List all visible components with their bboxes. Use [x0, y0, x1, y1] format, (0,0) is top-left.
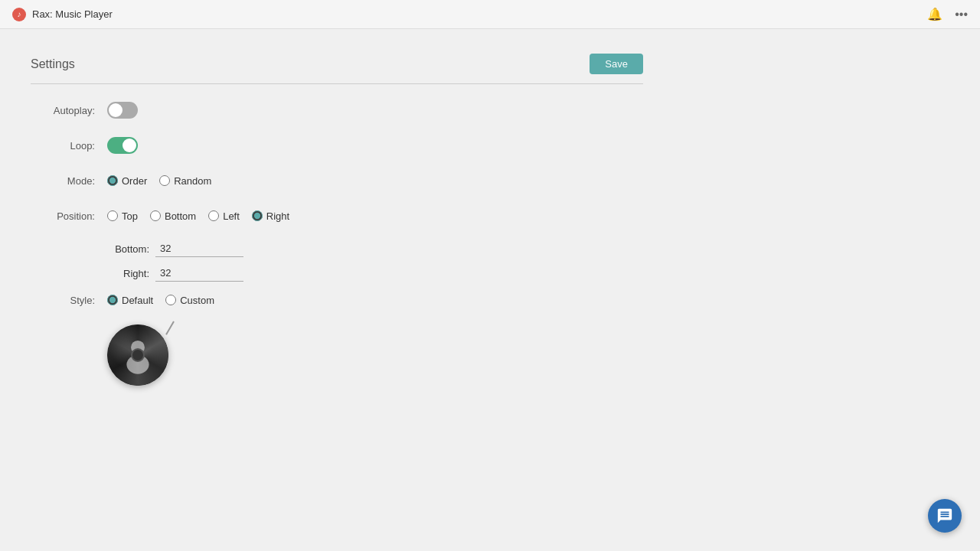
style-default-label: Default [122, 295, 153, 306]
right-input[interactable] [155, 265, 243, 282]
mode-label: Mode: [31, 175, 107, 187]
album-preview [107, 324, 168, 386]
mode-random-radio[interactable] [159, 175, 170, 186]
app-title: Rax: Music Player [32, 8, 113, 20]
app-icon: ♪ [12, 8, 26, 21]
mode-row: Mode: Order Random [31, 170, 643, 191]
loop-row: Loop: [31, 135, 643, 156]
title-bar: ♪ Rax: Music Player 🔔 ••• [0, 0, 980, 29]
position-radio-group: Top Bottom Left Right [107, 210, 289, 222]
loop-slider [107, 137, 138, 154]
settings-panel: Settings Save Autoplay: Loop: Mode: [31, 54, 643, 386]
position-bottom-label: Bottom [165, 210, 196, 222]
mode-radio-group: Order Random [107, 175, 211, 187]
position-right-option[interactable]: Right [252, 210, 289, 222]
style-custom-label: Custom [180, 295, 214, 306]
bottom-input[interactable] [155, 240, 243, 257]
loop-label: Loop: [31, 140, 107, 152]
bottom-input-row: Bottom: [31, 240, 643, 257]
mode-order-radio[interactable] [107, 175, 118, 186]
more-icon[interactable]: ••• [955, 8, 968, 21]
style-default-radio[interactable] [107, 295, 118, 305]
position-right-label: Right [266, 210, 289, 222]
bell-icon[interactable]: 🔔 [927, 7, 942, 21]
bottom-label: Bottom: [107, 243, 149, 255]
mode-order-option[interactable]: Order [107, 175, 147, 187]
save-button[interactable]: Save [590, 54, 643, 74]
position-left-option[interactable]: Left [208, 210, 240, 222]
autoplay-row: Autoplay: [31, 99, 643, 121]
chat-button[interactable] [928, 499, 962, 533]
mode-order-label: Order [122, 175, 147, 187]
position-top-label: Top [122, 210, 138, 222]
position-top-radio[interactable] [107, 210, 118, 221]
style-label: Style: [31, 295, 107, 306]
style-radio-group: Default Custom [107, 295, 214, 306]
style-custom-radio[interactable] [165, 295, 176, 305]
position-left-radio[interactable] [208, 210, 219, 221]
style-row: Style: Default Custom [31, 289, 643, 311]
album-inner [107, 324, 168, 386]
right-input-row: Right: [31, 265, 643, 282]
position-bottom-option[interactable]: Bottom [150, 210, 196, 222]
right-label: Right: [107, 268, 149, 279]
album-preview-container [107, 324, 168, 386]
loop-toggle[interactable] [107, 137, 138, 154]
position-bottom-radio[interactable] [150, 210, 161, 221]
mode-random-label: Random [174, 175, 211, 187]
main-content: Settings Save Autoplay: Loop: Mode: [0, 29, 980, 410]
position-right-radio[interactable] [252, 210, 263, 221]
position-top-option[interactable]: Top [107, 210, 138, 222]
position-label: Position: [31, 210, 107, 222]
album-center-hole [131, 348, 145, 362]
style-custom-option[interactable]: Custom [165, 295, 214, 306]
autoplay-label: Autoplay: [31, 105, 107, 116]
mode-random-option[interactable]: Random [159, 175, 211, 187]
style-default-option[interactable]: Default [107, 295, 153, 306]
needle [165, 321, 175, 335]
settings-title: Settings [31, 57, 75, 71]
position-left-label: Left [223, 210, 240, 222]
autoplay-toggle[interactable] [107, 102, 138, 119]
title-bar-left: ♪ Rax: Music Player [12, 8, 113, 21]
settings-header: Settings Save [31, 54, 643, 84]
position-row: Position: Top Bottom Left Right [31, 205, 643, 227]
title-bar-right: 🔔 ••• [927, 7, 968, 21]
chat-icon [936, 507, 953, 524]
autoplay-slider [107, 102, 138, 119]
